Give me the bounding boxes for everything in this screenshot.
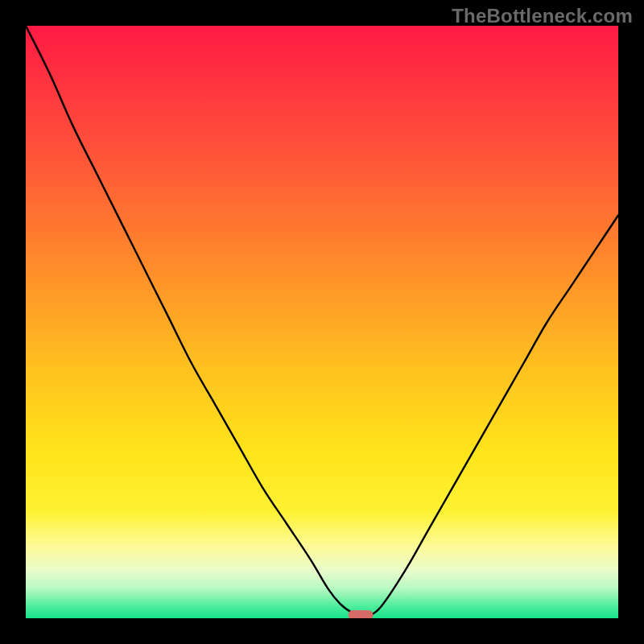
- chart-frame: TheBottleneck.com: [0, 0, 644, 644]
- optimum-marker: [348, 610, 373, 618]
- bottleneck-curve: [26, 26, 618, 618]
- watermark-text: TheBottleneck.com: [452, 5, 633, 27]
- plot-area: [26, 26, 618, 618]
